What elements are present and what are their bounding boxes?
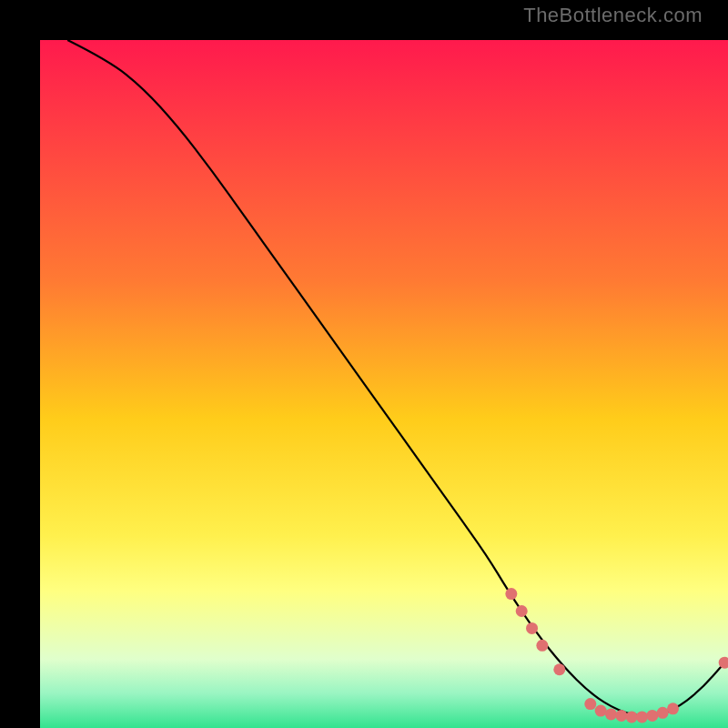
data-marker	[553, 663, 565, 675]
data-marker	[605, 708, 617, 720]
data-marker	[657, 707, 669, 719]
data-marker	[536, 640, 548, 652]
data-marker	[615, 710, 627, 722]
data-marker	[646, 710, 658, 722]
data-marker	[595, 705, 607, 717]
plot-area	[20, 20, 708, 708]
data-marker	[626, 711, 638, 723]
chart-svg	[40, 40, 728, 728]
data-marker	[584, 698, 596, 710]
data-marker	[526, 622, 538, 634]
data-marker	[505, 588, 517, 600]
watermark-label: TheBottleneck.com	[523, 4, 703, 27]
data-marker	[516, 605, 528, 617]
data-marker	[667, 703, 679, 714]
data-marker	[636, 711, 648, 723]
gradient-background	[40, 40, 728, 728]
